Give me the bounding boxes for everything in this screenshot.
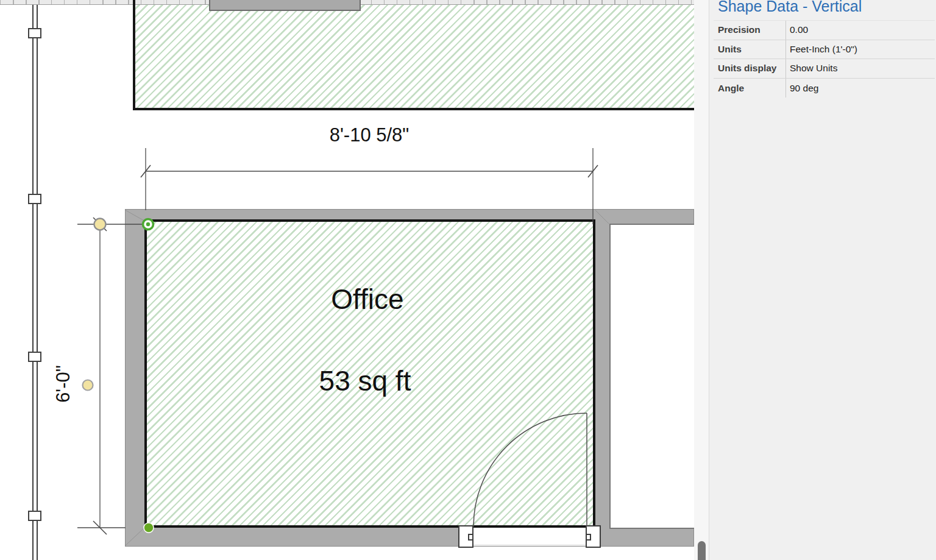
dimension-horizontal-value[interactable]: 8'-10 5/8": [330, 124, 410, 146]
room-area-label: 53 sq ft: [319, 364, 411, 397]
door-shape[interactable]: [473, 413, 587, 526]
shape-data-row-angle: Angle 90 deg: [714, 79, 935, 98]
vertical-scrollbar-thumb[interactable]: [698, 541, 706, 560]
field-value[interactable]: Feet-Inch (1'-0"): [785, 40, 935, 59]
shape-data-row-precision: Precision 0.00: [714, 21, 935, 40]
field-label: Units: [714, 44, 785, 55]
connection-point-green-dot: [146, 222, 150, 226]
endpoint-handle-green[interactable]: [144, 523, 154, 533]
field-value[interactable]: 90 deg: [785, 79, 935, 98]
dimension-vertical[interactable]: [77, 218, 145, 534]
dimension-horizontal[interactable]: [141, 148, 598, 224]
control-handle-yellow-mid[interactable]: [83, 380, 93, 391]
shape-data-table: Precision 0.00 Units Feet-Inch (1'-0") U…: [714, 20, 935, 97]
door-swing-arc: [473, 413, 587, 526]
shape-data-panel-title: Shape Data - Vertical: [718, 0, 862, 15]
shape-data-panel: Shape Data - Vertical Precision 0.00 Uni…: [709, 0, 936, 560]
drawing-canvas[interactable]: Office 53 sq ft 8'-10 5/8" 6'-0": [0, 0, 694, 560]
app-window: Office 53 sq ft 8'-10 5/8" 6'-0" Shape D…: [0, 0, 936, 560]
vertical-scrollbar[interactable]: [694, 0, 709, 560]
room-name-label[interactable]: Office: [331, 283, 403, 316]
field-label: Angle: [714, 83, 785, 94]
field-value[interactable]: Show Units: [785, 59, 935, 78]
shape-data-row-units: Units Feet-Inch (1'-0"): [714, 40, 935, 60]
control-handle-yellow-top[interactable]: [94, 219, 106, 230]
dimension-vertical-value[interactable]: 6'-0": [52, 365, 74, 403]
annotation-layer: [0, 0, 694, 560]
field-label: Units display: [714, 63, 785, 74]
shape-data-row-units-display: Units display Show Units: [714, 59, 935, 79]
field-label: Precision: [714, 24, 785, 35]
field-value[interactable]: 0.00: [785, 21, 935, 40]
